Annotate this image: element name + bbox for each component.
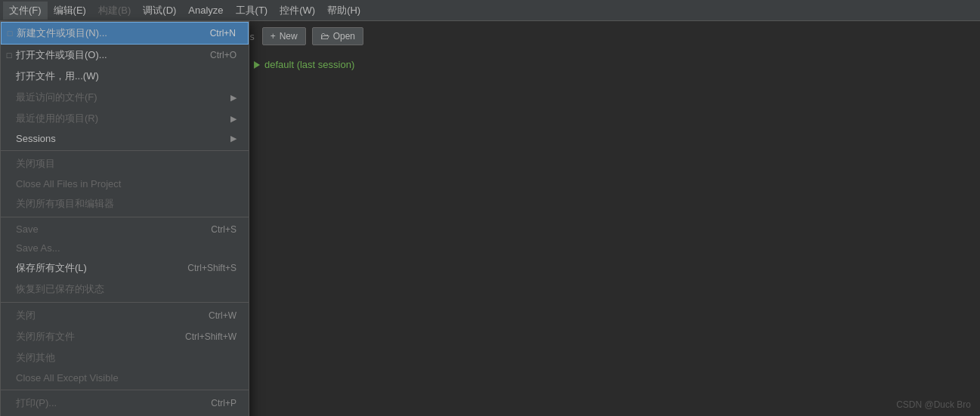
- open-with-label: 打开文件，用...(W): [16, 69, 99, 83]
- recent-files-label: 最近访问的文件(F): [16, 91, 97, 104]
- menu-save-as[interactable]: Save As...: [1, 239, 249, 257]
- session-list: default (last session): [242, 51, 980, 78]
- menu-edit[interactable]: 编辑(E): [48, 2, 92, 20]
- new-button[interactable]: + New: [262, 27, 306, 45]
- save-as-label: Save As...: [16, 242, 60, 254]
- close-label: 关闭: [16, 309, 36, 322]
- menu-close[interactable]: 关闭 Ctrl+W: [1, 305, 249, 326]
- revert-label: 恢复到已保存的状态: [16, 282, 104, 296]
- menu-close-project[interactable]: 关闭项目: [1, 153, 249, 174]
- menu-revert[interactable]: 恢复到已保存的状态: [1, 279, 249, 300]
- close-all-shortcut: Ctrl+Shift+W: [185, 331, 236, 342]
- session-item-label: default (last session): [264, 59, 354, 70]
- new-file-label: 新建文件或项目(N)...: [17, 26, 107, 40]
- open-label: Open: [333, 31, 355, 42]
- menu-help[interactable]: 帮助(H): [321, 2, 366, 20]
- menu-save[interactable]: Save Ctrl+S: [1, 220, 249, 239]
- session-item[interactable]: default (last session): [251, 57, 971, 72]
- menu-close-all[interactable]: 关闭所有文件 Ctrl+Shift+W: [1, 326, 249, 347]
- divider-1: [1, 150, 249, 151]
- menubar: 文件(F) 编辑(E) 构建(B) 调试(D) Analyze 工具(T) 控件…: [0, 0, 980, 21]
- close-all-label: 关闭所有文件: [16, 330, 75, 344]
- plus-icon: +: [271, 31, 276, 42]
- close-project-label: 关闭项目: [16, 157, 55, 171]
- close-all-files-label: Close All Files in Project: [16, 178, 121, 190]
- menu-close-others[interactable]: 关闭其他: [1, 347, 249, 368]
- new-file-icon: □: [5, 29, 15, 38]
- menu-recent-projects[interactable]: 最近使用的项目(R) ▶: [1, 108, 249, 129]
- close-all-projects-label: 关闭所有项目和编辑器: [16, 197, 114, 211]
- save-shortcut: Ctrl+S: [211, 224, 236, 235]
- session-triangle-icon: [254, 61, 260, 69]
- new-file-shortcut: Ctrl+N: [210, 28, 236, 39]
- menu-close-all-files[interactable]: Close All Files in Project: [1, 174, 249, 193]
- save-all-shortcut: Ctrl+Shift+S: [187, 263, 236, 273]
- new-label: New: [280, 31, 298, 42]
- menu-close-all-projects[interactable]: 关闭所有项目和编辑器: [1, 193, 249, 214]
- menu-build[interactable]: 构建(B): [92, 2, 137, 20]
- menu-open-with[interactable]: 打开文件，用...(W): [1, 66, 249, 87]
- save-label: Save: [16, 223, 39, 235]
- folder-icon: 🗁: [320, 31, 329, 42]
- recent-projects-label: 最近使用的项目(R): [16, 112, 98, 125]
- menu-new-file[interactable]: □ 新建文件或项目(N)... Ctrl+N: [1, 22, 249, 45]
- menu-close-except-visible[interactable]: Close All Except Visible: [1, 368, 249, 387]
- sessions-arrow: ▶: [230, 134, 236, 143]
- menu-debug[interactable]: 调试(D): [137, 2, 182, 20]
- menu-file[interactable]: 文件(F): [3, 2, 48, 20]
- close-others-label: 关闭其他: [16, 351, 55, 365]
- menu-analyze[interactable]: Analyze: [182, 2, 229, 18]
- menu-controls[interactable]: 控件(W): [274, 2, 321, 20]
- menu-open-file[interactable]: □ 打开文件或项目(O)... Ctrl+O: [1, 45, 249, 66]
- divider-4: [1, 390, 249, 390]
- close-shortcut: Ctrl+W: [209, 310, 236, 321]
- close-except-label: Close All Except Visible: [16, 372, 119, 384]
- divider-3: [1, 302, 249, 303]
- sessions-label: Sessions: [16, 133, 56, 144]
- watermark: CSDN @Duck Bro: [896, 399, 971, 410]
- open-file-shortcut: Ctrl+O: [210, 50, 236, 60]
- print-label: 打印(P)...: [16, 396, 57, 410]
- save-all-label: 保存所有文件(L): [16, 261, 87, 275]
- recent-projects-arrow: ▶: [230, 114, 236, 124]
- menu-tools[interactable]: 工具(T): [230, 2, 274, 20]
- menu-print[interactable]: 打印(P)... Ctrl+P: [1, 393, 249, 414]
- file-dropdown-menu: □ 新建文件或项目(N)... Ctrl+N □ 打开文件或项目(O)... C…: [0, 21, 249, 416]
- menu-recent-files[interactable]: 最近访问的文件(F) ▶: [1, 87, 249, 108]
- menu-save-all[interactable]: 保存所有文件(L) Ctrl+Shift+S: [1, 257, 249, 279]
- open-file-icon: □: [4, 51, 14, 60]
- print-shortcut: Ctrl+P: [211, 398, 236, 408]
- divider-2: [1, 217, 249, 217]
- menu-sessions[interactable]: Sessions ▶: [1, 129, 249, 148]
- open-button[interactable]: 🗁 Open: [312, 27, 363, 45]
- recent-files-arrow: ▶: [230, 93, 236, 103]
- open-file-label: 打开文件或项目(O)...: [16, 48, 107, 62]
